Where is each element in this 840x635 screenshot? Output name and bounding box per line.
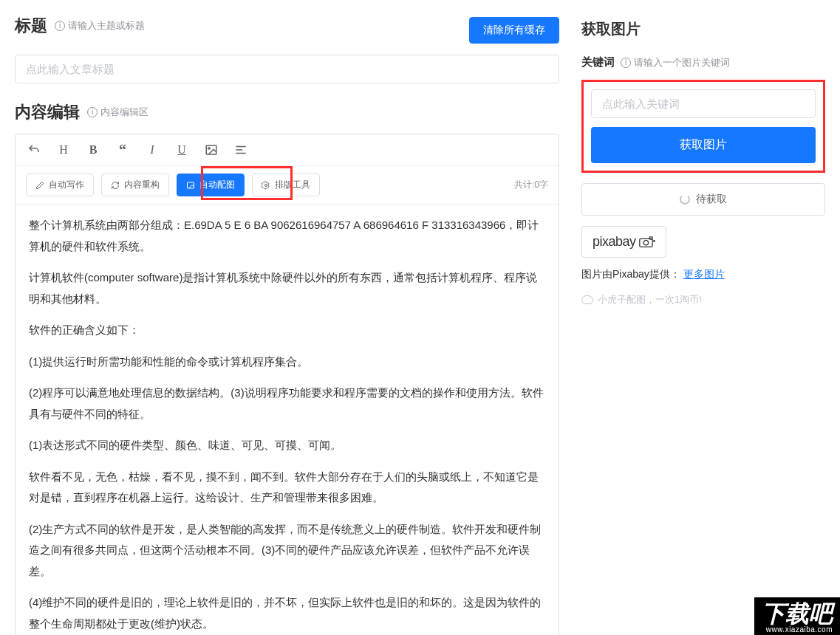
sidebar-column: 获取图片 关键词 i 请输入一个图片关键词 获取图片 待获取 pixabay 图…: [581, 15, 825, 635]
main-column: 标题 i 请输入主题或标题 清除所有缓存 内容编辑 i 内容编辑区 H: [15, 15, 559, 635]
article-title-input[interactable]: [15, 55, 559, 83]
title-hint: i 请输入主题或标题: [55, 19, 145, 32]
content-edit-header: 内容编辑 i 内容编辑区: [15, 101, 559, 123]
bold-icon[interactable]: B: [85, 142, 101, 158]
align-left-icon[interactable]: [233, 142, 249, 158]
picture-icon: [186, 181, 195, 190]
heading-icon[interactable]: H: [55, 142, 72, 158]
editor-content[interactable]: 整个计算机系统由两部分组成：E.69DA 5 E 6 BA 9062616964…: [16, 205, 559, 635]
content-edit-hint: i 内容编辑区: [87, 106, 148, 119]
undo-icon[interactable]: [26, 142, 42, 158]
keyword-input[interactable]: [591, 89, 816, 118]
restructure-button[interactable]: 内容重构: [101, 174, 169, 196]
paragraph: 计算机软件(computer software)是指计算机系统中除硬件以外的所有…: [29, 267, 545, 309]
paragraph: (1)表达形式不同的硬件类型、颜色、味道、可见、可摸、可闻。: [29, 435, 545, 456]
paragraph: (1)提供运行时所需功能和性能的命令或计算机程序集合。: [29, 351, 545, 373]
fetch-image-button[interactable]: 获取图片: [591, 127, 816, 163]
keyword-panel-highlight: 获取图片: [581, 80, 825, 173]
auto-write-button[interactable]: 自动写作: [26, 174, 94, 196]
paragraph: (2)生产方式不同的软件是开发，是人类智能的高发挥，而不是传统意义上的硬件制造。…: [29, 519, 545, 583]
info-icon: i: [55, 21, 65, 31]
camera-icon: [639, 236, 655, 248]
more-images-link[interactable]: 更多图片: [683, 268, 725, 280]
paragraph: 整个计算机系统由两部分组成：E.69DA 5 E 6 BA 9062616964…: [29, 215, 545, 257]
italic-icon[interactable]: I: [144, 142, 160, 158]
content-edit-label: 内容编辑: [15, 101, 80, 123]
pixabay-badge: pixabay: [581, 226, 666, 258]
keyword-hint: i 请输入一个图片关键词: [621, 56, 730, 69]
pixabay-logo: pixabay: [593, 234, 655, 250]
svg-point-10: [653, 240, 655, 241]
info-icon: i: [87, 107, 98, 117]
provider-line: 图片由Pixabay提供： 更多图片: [581, 268, 825, 281]
format-toolbar: H B “ I U: [16, 134, 559, 166]
paragraph: (4)维护不同的硬件是旧的，理论上软件是旧的，并不坏，但实际上软件也是旧的和坏的…: [29, 592, 545, 634]
watermark-url: www.xiazaiba.com: [762, 625, 833, 634]
cloud-icon: [581, 295, 593, 304]
refresh-icon: [111, 181, 120, 190]
clear-cache-button[interactable]: 清除所有缓存: [469, 17, 559, 44]
svg-point-8: [643, 240, 648, 244]
svg-rect-9: [649, 236, 652, 238]
info-icon: i: [621, 58, 631, 68]
underline-icon[interactable]: U: [174, 142, 190, 158]
status-button[interactable]: 待获取: [581, 183, 825, 216]
editor-box: H B “ I U 自动写作 内容重构: [15, 134, 559, 635]
title-label: 标题: [15, 15, 47, 37]
settings-icon: [262, 181, 270, 190]
paragraph: (2)程序可以满意地处理信息的数据结构。(3)说明程序功能要求和程序需要的文档的…: [29, 382, 545, 425]
footer-note: 小虎子配图，一次1淘币!: [581, 293, 825, 306]
layout-tool-button[interactable]: 排版工具: [252, 174, 320, 196]
watermark-text: 下载吧: [762, 602, 833, 625]
action-toolbar: 自动写作 内容重构 自动配图 排版工具 共计:0字: [16, 166, 559, 205]
image-icon[interactable]: [203, 142, 219, 158]
svg-point-1: [208, 148, 210, 149]
sidebar-title: 获取图片: [581, 19, 825, 39]
loading-icon: [680, 194, 690, 205]
keyword-header: 关键词 i 请输入一个图片关键词: [581, 55, 825, 69]
svg-rect-7: [639, 238, 652, 247]
word-counter: 共计:0字: [514, 179, 548, 191]
paragraph: 软件看不见，无色，枯燥，看不见，摸不到，闻不到。软件大部分存在于人们的头脑或纸上…: [29, 467, 545, 509]
quote-icon[interactable]: “: [115, 142, 131, 158]
auto-image-button[interactable]: 自动配图: [177, 174, 245, 196]
pencil-icon: [35, 181, 44, 190]
keyword-label: 关键词: [581, 55, 615, 69]
title-header-row: 标题 i 请输入主题或标题 清除所有缓存: [15, 15, 559, 46]
watermark: 下载吧 www.xiazaiba.com: [754, 597, 840, 635]
svg-point-6: [265, 184, 267, 186]
paragraph: 软件的正确含义如下：: [29, 320, 545, 341]
